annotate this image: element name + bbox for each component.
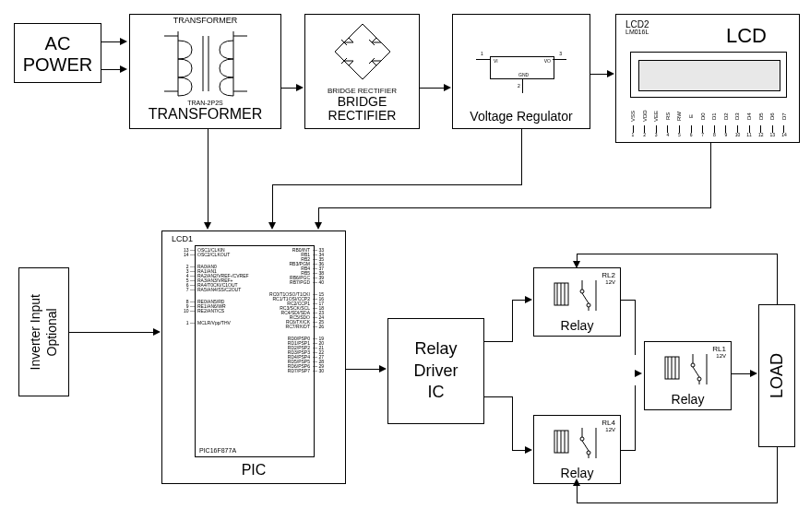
lcd-pin: D07 — [700, 107, 706, 137]
pic-label: PIC — [162, 462, 345, 479]
transformer-label: TRANSFORMER — [130, 106, 280, 123]
svg-line-14 — [582, 293, 589, 303]
pic-pin-label: RD7/PSP7 — [236, 369, 310, 373]
svg-point-15 — [587, 303, 590, 307]
bridge-rectifier-icon — [321, 19, 404, 84]
svg-point-33 — [580, 437, 584, 441]
relay-icon — [550, 423, 605, 460]
pic-part: PIC16F877A — [199, 447, 236, 454]
lcd-pin: E6 — [688, 107, 694, 137]
lcd-pin: D714 — [781, 107, 787, 137]
relay1-label: Relay — [534, 318, 620, 333]
transformer-icon — [160, 27, 252, 100]
vr-gnd: GND — [518, 73, 529, 77]
relay3-block: RL4 12V Relay — [533, 415, 621, 484]
relay-driver-line3: IC — [428, 382, 445, 403]
vr-vo: VO — [544, 59, 551, 64]
lcd-title: LCD — [726, 24, 767, 48]
lcd-pin: VEE3 — [653, 107, 659, 137]
vr-label: Voltage Regulator — [453, 109, 590, 124]
lcd-pin: VSS1 — [630, 107, 636, 137]
lcd-pin: RW5 — [676, 107, 682, 137]
ac-power-text1: AC — [15, 33, 101, 54]
lcd-part: LM016L — [625, 29, 649, 35]
relay3-volt: 12V — [605, 427, 615, 432]
pic-pin-num: 1 — — [165, 321, 195, 325]
pic-ref: LCD1 — [172, 234, 193, 243]
svg-point-13 — [580, 290, 584, 293]
relay1-block: RL2 12V Relay — [533, 267, 621, 337]
inverter-line1: Inverter Input — [28, 294, 42, 371]
lcd-pin: RS4 — [665, 107, 671, 137]
lcd-pin: D411 — [746, 107, 752, 137]
relay-icon — [550, 276, 605, 313]
lcd-block: LCD2 LM016L LCD VSS1VDD2VEE3RS4RW5E6D07D… — [615, 14, 800, 143]
lcd-pin: D512 — [758, 107, 764, 137]
relay2-volt: 12V — [716, 353, 726, 359]
relay1-volt: 12V — [605, 279, 615, 285]
ac-power-text2: POWER — [15, 54, 101, 76]
vr-vi: VI — [494, 59, 498, 64]
bridge-line2: RECTIFIER — [305, 109, 419, 123]
lcd-pin: VDD2 — [642, 107, 648, 137]
vr-p3: 3 — [559, 52, 562, 56]
inverter-line2: Optional — [45, 308, 60, 356]
bridge-rectifier-block: BRIDGE RECTIFIER BRIDGE RECTIFIER — [304, 14, 420, 129]
svg-point-25 — [697, 377, 701, 381]
voltage-regulator-block: VI VO GND 1 3 2 Voltage Regulator — [452, 14, 590, 129]
bridge-line1: BRIDGE — [305, 95, 419, 109]
vr-p1: 1 — [481, 52, 483, 56]
relay-icon — [661, 349, 716, 386]
lcd-pin: D29 — [723, 107, 729, 137]
lcd-pin: D613 — [769, 107, 775, 137]
transformer-part: TRAN-2P2S — [130, 100, 280, 106]
load-block: LOAD — [758, 304, 795, 447]
lcd-pin: D310 — [734, 107, 740, 137]
svg-point-35 — [587, 451, 590, 455]
relay3-ref: RL4 — [602, 419, 615, 427]
transformer-top: TRANSFORMER — [130, 17, 280, 25]
pic-pin-num: — 30 — [313, 369, 342, 373]
load-label: LOAD — [768, 353, 787, 398]
svg-line-34 — [582, 441, 589, 451]
relay2-block: RL1 12V Relay — [644, 341, 732, 410]
lcd-pin: D18 — [711, 107, 717, 137]
relay1-ref: RL2 — [602, 271, 615, 279]
relay-driver-block: Relay Driver IC — [387, 318, 484, 424]
relay2-ref: RL1 — [712, 345, 726, 353]
relay-driver-line1: Relay — [414, 338, 457, 360]
lcd-pins: VSS1VDD2VEE3RS4RW5E6D07D18D29D310D411D51… — [630, 107, 787, 137]
relay2-label: Relay — [645, 392, 731, 407]
svg-point-23 — [691, 363, 695, 367]
svg-line-24 — [693, 367, 699, 377]
inverter-block: Inverter Input Optional — [18, 267, 69, 396]
ac-power-block: AC POWER — [14, 23, 101, 83]
relay-driver-line2: Driver — [414, 361, 459, 382]
vr-p2: 2 — [518, 84, 520, 89]
transformer-block: TRANSFORMER TRAN-2P2S TRANSFORMER — [129, 14, 281, 129]
pic-block: LCD1 13 —14 —2 —3 —4 —5 —6 —7 —8 —9 —10 … — [161, 231, 346, 484]
